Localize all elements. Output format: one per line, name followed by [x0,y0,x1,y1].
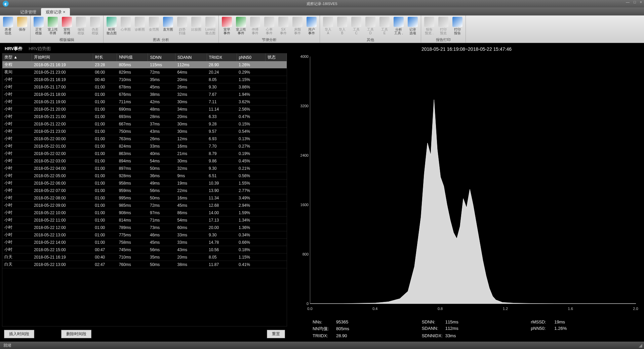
table-row[interactable]: 小时2018-05-21 19:0001:00711ms42ms30ms7.11… [2,98,287,106]
af-event-button[interactable]: 房颤 事件 [291,16,304,37]
full-range-button[interactable]: 全范围 [147,16,161,37]
close-button[interactable]: × [640,0,642,4]
stat-item: TRIIDX:28.90 [313,333,415,338]
print-report-button[interactable]: 打印 报告 [451,16,464,37]
left-pane: HRV事件HRV趋势图 类型 ▲开始时间时长NN均值SDNNSDANNTRIID… [0,43,289,342]
artifact-template-button[interactable]: 伪差 模版 [88,16,102,37]
hrv-stats: NNs:95365SDNN:115msrMSSD:19msNN均值:805msS… [292,317,641,340]
pause-event-button[interactable]: 停搏 事件 [248,16,262,37]
v-prem-event-button[interactable]: 室早 事件 [220,16,234,37]
stat-item [531,333,633,338]
lorenz-button[interactable]: Lorenz 散点图 [204,16,217,37]
tool-c-icon [351,17,361,27]
edit-template-button[interactable]: 编辑 模版 [74,16,88,37]
main-tab[interactable]: 观察记录 × [41,8,70,15]
column-header[interactable]: TRIIDX [207,53,237,61]
y-tick: 4000 [296,54,309,59]
import-b-button[interactable]: 导入 B [335,16,349,37]
table-row[interactable]: 全程2018-05-21 16:1923:28805ms115ms112ms28… [2,61,287,69]
column-header[interactable]: 类型 ▲ [2,53,32,61]
normal-template-button[interactable]: 正常 模版 [32,16,45,37]
table-row[interactable]: 小时2018-05-22 07:0001:00959ms56ms22ms13.9… [2,187,287,194]
column-header[interactable]: pNN50 [237,53,266,61]
table-row[interactable]: 小时2018-05-22 12:0001:00789ms73ms60ms20.0… [2,224,287,231]
time-scatter-button[interactable]: 时间 散点图 [105,16,118,37]
sub-tab[interactable]: HRV趋势图 [29,46,51,52]
column-header[interactable]: 开始时间 [32,53,93,61]
column-header[interactable]: 状态 [266,53,287,61]
user-event-button[interactable]: 用户 事件 [305,16,318,37]
table-row[interactable]: 小时2018-05-22 01:0001:00824ms33ms16ms7.70… [2,143,287,150]
analysis-tool-button[interactable]: 分析 工具 . [392,16,405,37]
column-header[interactable]: 时长 [93,53,117,61]
table-row[interactable]: 夜间2018-05-21 23:0006:00829ms72ms64ms20.2… [2,69,287,76]
ribbon-toolbar: 患者 信息保存正常 模版室上性 早搏室性 早搏编辑 模版伪差 模版模版编辑时间 … [0,15,644,43]
record-option-button[interactable]: 记录 选项 [406,16,419,37]
table-row[interactable]: 小时2018-05-22 09:0001:00985ms72ms45ms12.6… [2,202,287,209]
y-tick: 0 [296,302,309,306]
histogram-button[interactable]: 直方图 [161,16,175,37]
stat-item: SDANN:112ms [422,326,524,332]
trend-scan-button[interactable]: 趋势 扫描 [175,16,189,37]
table-row[interactable]: 白天2018-05-21 16:1900:40710ms35ms20ms8.05… [2,254,287,261]
table-row[interactable]: 小时2018-05-21 17:0001:00678ms45ms26ms9.30… [2,83,287,91]
table-row[interactable]: 小时2018-05-22 13:0001:00775ms46ms33ms9.30… [2,231,287,239]
minimize-button[interactable]: — [626,0,630,4]
table-row[interactable]: 小时2018-05-22 02:0001:00863ms40ms21ms8.79… [2,150,287,157]
table-row[interactable]: 小时2018-05-21 16:1900:40710ms35ms20ms8.05… [2,76,287,83]
report-preview-button[interactable]: 报告 预览 . [422,16,436,37]
sv-premature-button[interactable]: 室上性 早搏 [46,16,59,37]
sx-event-button[interactable]: SX 事件 [277,16,290,37]
hrv-table-container[interactable]: 类型 ▲开始时间时长NN均值SDNNSDANNTRIIDXpNN50状态 全程2… [2,53,287,326]
diag-chart-button[interactable]: 诊断图 [133,16,147,37]
table-row[interactable]: 小时2018-05-21 20:0001:00690ms48ms34ms11.1… [2,106,287,113]
sv-event-button[interactable]: 室上性 事件 [234,16,248,37]
hr-chart-button[interactable]: 心率图 [119,16,132,37]
pause-event-icon [250,17,260,27]
table-row[interactable]: 白天2018-05-22 13:0002:47760ms50ms38ms11.8… [2,261,287,268]
table-row[interactable]: 小时2018-05-22 06:0001:00958ms49ms19ms10.3… [2,180,287,187]
table-row[interactable]: 小时2018-05-22 11:0001:00814ms71ms54ms17.1… [2,217,287,224]
compare-button[interactable]: 比较图 [190,16,203,37]
print-preview-button[interactable]: 打印 预览 [437,16,450,37]
x-tick: 0.4 [372,307,377,311]
tool-e-button[interactable]: 工具 E [378,16,391,37]
table-row[interactable]: 小时2018-05-21 18:0001:00676ms38ms32ms7.67… [2,91,287,98]
histogram-chart: 080016002400320040000.00.40.81.21.62.0 [292,53,641,317]
trend-scan-icon [177,17,187,27]
insert-period-button[interactable]: 插入时间段 [4,330,34,338]
v-premature-icon [62,17,72,27]
v-premature-button[interactable]: 室性 早搏 [60,16,74,37]
right-pane: 2018-05-21 16:19:08~2018-05-22 15:47:46 … [289,43,644,342]
y-tick: 2400 [296,153,309,157]
main-tab[interactable]: 记录管理 [15,8,41,15]
table-row[interactable]: 小时2018-05-22 03:0001:00894ms54ms30ms9.86… [2,157,287,165]
reset-button[interactable]: 重置 [267,330,285,338]
delete-period-button[interactable]: 删除时间段 [61,330,91,338]
table-row[interactable]: 小时2018-05-22 08:0001:00995ms50ms16ms11.3… [2,194,287,202]
maximize-button[interactable]: □ [634,0,636,4]
column-header[interactable]: SDANN [175,53,207,61]
tool-d-button[interactable]: 工具 D [364,16,377,37]
table-row[interactable]: 小时2018-05-21 21:0001:00693ms28ms20ms6.33… [2,113,287,120]
table-row[interactable]: 小时2018-05-22 05:0001:00928ms36ms9ms6.510… [2,172,287,180]
tool-c-button[interactable]: 工具 C [350,16,363,37]
time-scatter-icon [107,17,117,27]
table-row[interactable]: 小时2018-05-22 00:0001:00763ms26ms12ms6.93… [2,135,287,143]
column-header[interactable]: NN均值 [117,53,148,61]
column-header[interactable]: SDNN [148,53,175,61]
table-row[interactable]: 小时2018-05-21 23:0001:00750ms43ms30ms9.57… [2,128,287,135]
table-row[interactable]: 小时2018-05-22 15:0000:47745ms56ms43ms10.5… [2,246,287,254]
resize-handle-icon[interactable]: ◢ [639,344,643,348]
table-row[interactable]: 小时2018-05-22 10:0001:00908ms97ms86ms14.0… [2,209,287,217]
sub-tab[interactable]: HRV事件 [5,46,23,52]
stat-item: SDNN:115ms [422,319,524,324]
table-row[interactable]: 小时2018-05-22 14:0001:00758ms45ms33ms14.7… [2,239,287,246]
save-button[interactable]: 保存 [15,16,29,42]
stat-item: rMSSD:19ms [531,319,633,324]
import-a-button[interactable]: 导入 A [321,16,335,37]
table-row[interactable]: 小时2018-05-22 04:0001:00897ms50ms32ms9.30… [2,165,287,172]
hr-event-button[interactable]: 心率 事件 [263,16,276,37]
table-row[interactable]: 小时2018-05-21 22:0001:00667ms37ms30ms9.28… [2,120,287,128]
patient-info-button[interactable]: 患者 信息 [1,16,15,42]
